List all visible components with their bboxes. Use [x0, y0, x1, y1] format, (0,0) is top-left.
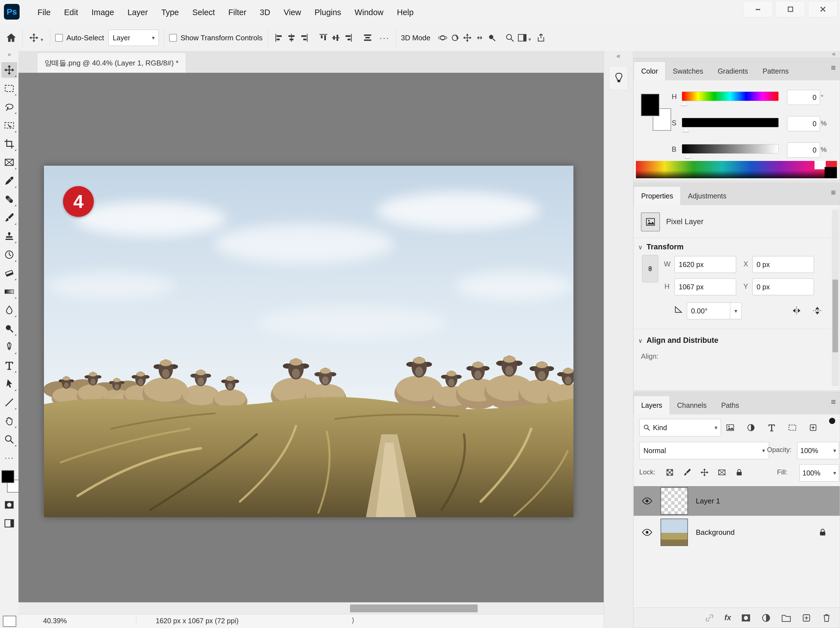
- layer1-thumbnail[interactable]: [660, 487, 688, 515]
- menu-image[interactable]: Image: [85, 0, 121, 25]
- filter-type-layers-icon[interactable]: [764, 420, 779, 435]
- tab-color[interactable]: Color: [634, 61, 666, 80]
- visibility-eye-icon[interactable]: [641, 527, 653, 538]
- crop-tool[interactable]: [2, 136, 17, 152]
- height-field[interactable]: 1067 px: [674, 279, 736, 295]
- blur-tool[interactable]: [2, 302, 17, 318]
- menu-window[interactable]: Window: [348, 0, 390, 25]
- hue-slider[interactable]: [682, 91, 779, 101]
- lock-position-icon[interactable]: [698, 465, 712, 480]
- type-tool[interactable]: [2, 358, 17, 373]
- collapse-panels-icon[interactable]: «: [832, 50, 835, 58]
- line-tool[interactable]: [2, 395, 17, 410]
- tab-adjustments[interactable]: Adjustments: [681, 187, 734, 205]
- hue-value-field[interactable]: 0: [787, 90, 820, 105]
- maximize-button[interactable]: [775, 1, 805, 17]
- lock-pixels-icon[interactable]: [680, 465, 694, 480]
- angle-field[interactable]: 0.00°: [687, 302, 737, 320]
- foreground-background-swatches[interactable]: [2, 470, 17, 494]
- chevron-down-icon[interactable]: ▾: [41, 37, 43, 43]
- horizontal-scrollbar[interactable]: [19, 602, 604, 614]
- angle-dropdown[interactable]: ▾: [730, 302, 742, 320]
- hand-tool[interactable]: [2, 413, 17, 429]
- layer-row-layer1[interactable]: Layer 1: [634, 486, 840, 516]
- screen-mode-icon[interactable]: [2, 516, 17, 531]
- pen-tool[interactable]: [2, 339, 17, 355]
- align-distribute-section-header[interactable]: ∨Align and Distribute: [638, 336, 718, 345]
- new-group-icon[interactable]: [781, 612, 791, 623]
- tab-paths[interactable]: Paths: [714, 396, 747, 414]
- add-layer-mask-icon[interactable]: [741, 612, 751, 623]
- menu-select[interactable]: Select: [186, 0, 222, 25]
- filter-adjustment-layers-icon[interactable]: [744, 420, 758, 435]
- opacity-field[interactable]: 100% ▾: [797, 442, 839, 459]
- zoom-tool[interactable]: [2, 431, 17, 447]
- sheep-photo[interactable]: [44, 166, 573, 517]
- properties-scrollbar[interactable]: [832, 209, 838, 386]
- collapse-dock-icon[interactable]: «: [604, 51, 633, 60]
- menu-filter[interactable]: Filter: [221, 0, 253, 25]
- brush-tool[interactable]: [2, 210, 17, 225]
- new-layer-icon[interactable]: [801, 612, 812, 623]
- object-selection-tool[interactable]: [2, 118, 17, 133]
- menu-file[interactable]: File: [31, 0, 57, 25]
- move-tool[interactable]: [2, 62, 17, 78]
- width-field[interactable]: 1620 px: [674, 256, 736, 273]
- align-top-icon[interactable]: [317, 31, 330, 44]
- brightness-slider[interactable]: [682, 144, 779, 154]
- align-middle-icon[interactable]: [330, 31, 342, 44]
- share-icon[interactable]: [535, 31, 547, 44]
- lock-artboard-icon[interactable]: [715, 465, 729, 480]
- history-brush-tool[interactable]: [2, 247, 17, 263]
- scrollbar-thumb[interactable]: [350, 604, 478, 612]
- x-field[interactable]: 0 px: [752, 256, 814, 273]
- filter-smart-objects-icon[interactable]: [805, 420, 821, 435]
- more-options-icon[interactable]: ···: [378, 31, 391, 44]
- y-field[interactable]: 0 px: [752, 279, 814, 295]
- black-swatch[interactable]: [824, 167, 837, 178]
- filter-toggle-icon[interactable]: [829, 418, 835, 424]
- brushes-panel-icon[interactable]: [609, 66, 628, 90]
- chevron-down-icon[interactable]: ▾: [528, 36, 531, 42]
- panel-menu-icon[interactable]: ≡: [831, 188, 836, 197]
- menu-view[interactable]: View: [277, 0, 308, 25]
- minimize-button[interactable]: [743, 1, 773, 17]
- menu-help[interactable]: Help: [390, 0, 420, 25]
- align-right-icon[interactable]: [298, 31, 310, 44]
- close-button[interactable]: [808, 1, 838, 17]
- lock-all-icon[interactable]: [732, 465, 746, 480]
- align-center-horizontal-icon[interactable]: [285, 31, 298, 44]
- spot-healing-brush-tool[interactable]: [2, 191, 17, 207]
- foreground-background-swatches[interactable]: [641, 94, 674, 136]
- 3d-orbit-icon[interactable]: [437, 31, 449, 44]
- eyedropper-tool[interactable]: [2, 173, 17, 189]
- clone-stamp-tool[interactable]: [2, 228, 17, 244]
- move-tool-options-icon[interactable]: [28, 31, 40, 44]
- lock-transparency-icon[interactable]: [663, 465, 677, 480]
- brightness-slider-handle[interactable]: [685, 154, 691, 158]
- flip-vertical-icon[interactable]: [810, 302, 824, 319]
- auto-select-checkbox[interactable]: [55, 34, 63, 42]
- brightness-value-field[interactable]: 0: [787, 142, 820, 157]
- quick-mask-icon[interactable]: [2, 497, 17, 513]
- document-tab[interactable]: 양떼들.png @ 40.4% (Layer 1, RGB/8#) *: [37, 53, 186, 73]
- collapse-toolbar-icon[interactable]: »: [0, 51, 19, 59]
- menu-layer[interactable]: Layer: [121, 0, 155, 25]
- gradient-tool[interactable]: [2, 284, 17, 299]
- link-layers-icon[interactable]: [704, 612, 715, 623]
- panel-menu-icon[interactable]: ≡: [831, 63, 836, 72]
- menu-edit[interactable]: Edit: [57, 0, 85, 25]
- 3d-pan-icon[interactable]: [461, 31, 474, 44]
- visibility-eye-icon[interactable]: [641, 495, 653, 507]
- layer-name[interactable]: Layer 1: [696, 497, 720, 505]
- tab-properties[interactable]: Properties: [634, 186, 681, 205]
- fill-field[interactable]: 100% ▾: [799, 464, 839, 482]
- tab-patterns[interactable]: Patterns: [755, 62, 796, 80]
- panel-menu-icon[interactable]: ≡: [831, 397, 836, 407]
- blend-mode-dropdown[interactable]: Normal ▾: [639, 442, 769, 459]
- transform-section-header[interactable]: ∨Transform: [638, 242, 684, 251]
- white-swatch[interactable]: [815, 161, 826, 169]
- workspace-icon[interactable]: [516, 31, 528, 44]
- new-adjustment-layer-icon[interactable]: [761, 612, 771, 623]
- tab-channels[interactable]: Channels: [670, 396, 714, 414]
